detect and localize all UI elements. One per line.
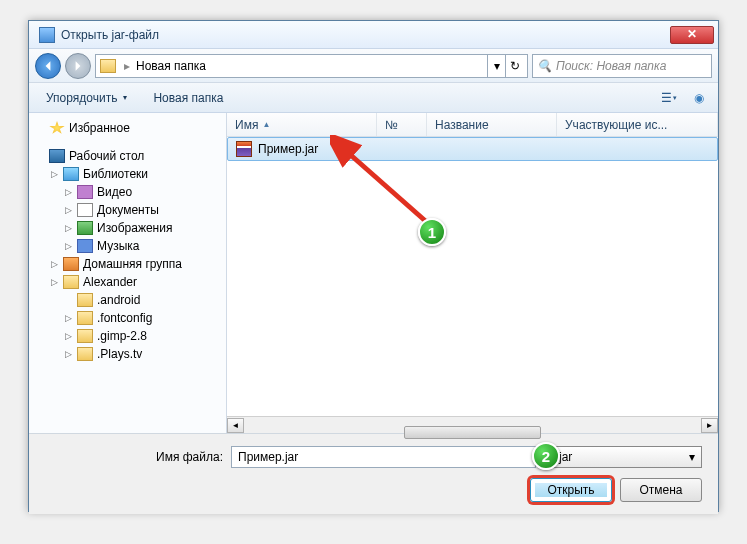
file-pane: Имя▲ № Название Участвующие ис... Пример… [227, 113, 718, 433]
user-icon [63, 275, 79, 289]
column-name[interactable]: Имя▲ [227, 113, 377, 136]
tree-videos[interactable]: ▷Видео [31, 183, 224, 201]
organize-button[interactable]: Упорядочить [37, 87, 136, 109]
app-icon [39, 27, 55, 43]
close-button[interactable]: ✕ [670, 26, 714, 44]
open-file-dialog: Открыть jar-файл ✕ ▸ Новая папка ▾ ↻ 🔍 П… [28, 20, 719, 512]
column-num[interactable]: № [377, 113, 427, 136]
horizontal-scrollbar[interactable]: ◄ ► [227, 416, 718, 433]
breadcrumb-dropdown[interactable]: ▾ [487, 55, 505, 77]
scroll-right-button[interactable]: ► [701, 418, 718, 433]
scroll-thumb[interactable] [404, 426, 541, 439]
homegroup-icon [63, 257, 79, 271]
back-button[interactable] [35, 53, 61, 79]
folder-icon [77, 347, 93, 361]
help-button[interactable]: ◉ [688, 87, 710, 109]
chevron-down-icon: ▾ [689, 450, 695, 464]
navigation-bar: ▸ Новая папка ▾ ↻ 🔍 Поиск: Новая папка [29, 49, 718, 83]
music-icon [77, 239, 93, 253]
search-input[interactable]: 🔍 Поиск: Новая папка [532, 54, 712, 78]
file-type-filter[interactable]: *.jar ▾ [544, 446, 702, 468]
tree-folder-gimp[interactable]: ▷.gimp-2.8 [31, 327, 224, 345]
view-options-button[interactable]: ☰ [658, 87, 680, 109]
refresh-button[interactable]: ↻ [505, 55, 523, 77]
tree-documents[interactable]: ▷Документы [31, 201, 224, 219]
cancel-button[interactable]: Отмена [620, 478, 702, 502]
tree-music[interactable]: ▷Музыка [31, 237, 224, 255]
toolbar: Упорядочить Новая папка ☰ ◉ [29, 83, 718, 113]
address-bar[interactable]: ▸ Новая папка ▾ ↻ [95, 54, 528, 78]
forward-button[interactable] [65, 53, 91, 79]
callout-2: 2 [532, 442, 560, 470]
folder-icon [100, 59, 116, 73]
tree-libraries[interactable]: ▷Библиотеки [31, 165, 224, 183]
column-title[interactable]: Название [427, 113, 557, 136]
open-button[interactable]: Открыть [530, 478, 612, 502]
tree-user[interactable]: ▷Alexander [31, 273, 224, 291]
tree-homegroup[interactable]: ▷Домашняя группа [31, 255, 224, 273]
breadcrumb-sep: ▸ [122, 59, 132, 73]
new-folder-button[interactable]: Новая папка [144, 87, 232, 109]
dialog-footer: Имя файла: *.jar ▾ Открыть Отмена [29, 433, 718, 514]
svg-line-0 [345, 150, 430, 225]
file-list[interactable]: Пример.jar [227, 137, 718, 416]
tree-pane[interactable]: Избранное Рабочий стол ▷Библиотеки ▷Виде… [29, 113, 227, 433]
star-icon [49, 121, 65, 135]
callout-1: 1 [418, 218, 446, 246]
tree-favorites[interactable]: Избранное [31, 119, 224, 137]
sort-asc-icon: ▲ [262, 120, 270, 129]
pictures-icon [77, 221, 93, 235]
tree-pictures[interactable]: ▷Изображения [31, 219, 224, 237]
search-placeholder: Поиск: Новая папка [556, 59, 666, 73]
column-artists[interactable]: Участвующие ис... [557, 113, 718, 136]
tree-desktop[interactable]: Рабочий стол [31, 147, 224, 165]
folder-icon [77, 293, 93, 307]
file-name: Пример.jar [258, 142, 318, 156]
window-title: Открыть jar-файл [61, 28, 670, 42]
folder-icon [77, 311, 93, 325]
file-item[interactable]: Пример.jar [227, 137, 718, 161]
desktop-icon [49, 149, 65, 163]
folder-icon [77, 329, 93, 343]
tree-folder-fontconfig[interactable]: ▷.fontconfig [31, 309, 224, 327]
tree-folder-android[interactable]: .android [31, 291, 224, 309]
jar-file-icon [236, 141, 252, 157]
libraries-icon [63, 167, 79, 181]
column-header: Имя▲ № Название Участвующие ис... [227, 113, 718, 137]
search-icon: 🔍 [537, 59, 552, 73]
titlebar: Открыть jar-файл ✕ [29, 21, 718, 49]
document-icon [77, 203, 93, 217]
tree-folder-plays[interactable]: ▷.Plays.tv [31, 345, 224, 363]
video-icon [77, 185, 93, 199]
scroll-left-button[interactable]: ◄ [227, 418, 244, 433]
filename-label: Имя файла: [149, 450, 223, 464]
filename-input[interactable] [231, 446, 536, 468]
breadcrumb-item[interactable]: Новая папка [132, 59, 210, 73]
